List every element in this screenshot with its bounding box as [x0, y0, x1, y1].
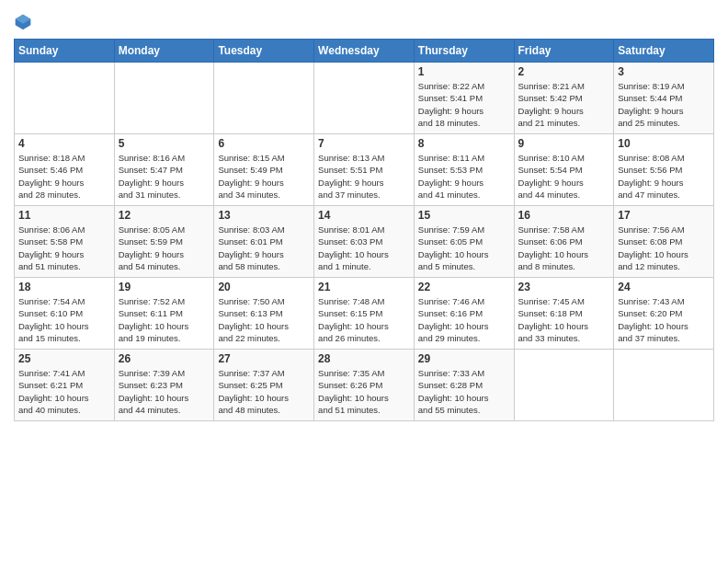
day-info: Sunrise: 7:41 AM Sunset: 6:21 PM Dayligh… [18, 367, 110, 416]
header-tuesday: Tuesday [214, 40, 314, 63]
day-info: Sunrise: 7:46 AM Sunset: 6:16 PM Dayligh… [418, 295, 510, 344]
header-sunday: Sunday [15, 40, 115, 63]
day-number: 4 [18, 137, 110, 150]
day-number: 5 [119, 137, 210, 150]
day-info: Sunrise: 8:06 AM Sunset: 5:58 PM Dayligh… [18, 224, 110, 272]
day-info: Sunrise: 7:45 AM Sunset: 6:18 PM Dayligh… [518, 295, 610, 344]
day-number: 19 [119, 281, 210, 293]
calendar-cell: 21Sunrise: 7:48 AM Sunset: 6:15 PM Dayli… [314, 278, 415, 350]
calendar-cell: 12Sunrise: 8:05 AM Sunset: 5:59 PM Dayli… [114, 206, 214, 278]
day-info: Sunrise: 7:39 AM Sunset: 6:23 PM Dayligh… [119, 367, 210, 416]
calendar-cell [214, 63, 314, 134]
calendar-cell: 26Sunrise: 7:39 AM Sunset: 6:23 PM Dayli… [114, 350, 214, 421]
week-row-4: 25Sunrise: 7:41 AM Sunset: 6:21 PM Dayli… [15, 350, 714, 421]
calendar-cell: 4Sunrise: 8:18 AM Sunset: 5:46 PM Daylig… [15, 134, 115, 206]
day-number: 29 [418, 352, 510, 365]
day-number: 26 [119, 352, 210, 365]
header-thursday: Thursday [414, 40, 514, 63]
day-number: 2 [518, 65, 610, 78]
header-monday: Monday [114, 40, 214, 63]
header [14, 9, 714, 31]
day-number: 20 [218, 281, 310, 293]
day-number: 6 [218, 137, 310, 150]
calendar-cell: 10Sunrise: 8:08 AM Sunset: 5:56 PM Dayli… [614, 134, 714, 206]
day-number: 16 [518, 209, 610, 222]
day-number: 21 [318, 281, 410, 293]
week-row-1: 4Sunrise: 8:18 AM Sunset: 5:46 PM Daylig… [15, 134, 714, 206]
day-number: 1 [418, 65, 510, 78]
day-info: Sunrise: 7:43 AM Sunset: 6:20 PM Dayligh… [618, 295, 710, 344]
day-number: 25 [18, 352, 110, 365]
day-number: 14 [318, 209, 410, 222]
calendar-cell: 22Sunrise: 7:46 AM Sunset: 6:16 PM Dayli… [414, 278, 514, 350]
calendar-cell: 23Sunrise: 7:45 AM Sunset: 6:18 PM Dayli… [514, 278, 614, 350]
day-number: 10 [618, 137, 710, 150]
header-row: SundayMondayTuesdayWednesdayThursdayFrid… [15, 40, 714, 63]
calendar-cell: 5Sunrise: 8:16 AM Sunset: 5:47 PM Daylig… [114, 134, 214, 206]
day-info: Sunrise: 7:37 AM Sunset: 6:25 PM Dayligh… [218, 367, 310, 416]
calendar-cell: 14Sunrise: 8:01 AM Sunset: 6:03 PM Dayli… [314, 206, 415, 278]
day-info: Sunrise: 8:08 AM Sunset: 5:56 PM Dayligh… [618, 152, 710, 201]
calendar-cell: 27Sunrise: 7:37 AM Sunset: 6:25 PM Dayli… [214, 350, 314, 421]
calendar-cell: 20Sunrise: 7:50 AM Sunset: 6:13 PM Dayli… [214, 278, 314, 350]
day-info: Sunrise: 8:21 AM Sunset: 5:42 PM Dayligh… [518, 80, 610, 129]
calendar-cell: 17Sunrise: 7:56 AM Sunset: 6:08 PM Dayli… [614, 206, 714, 278]
day-number: 7 [318, 137, 410, 150]
calendar-cell: 6Sunrise: 8:15 AM Sunset: 5:49 PM Daylig… [214, 134, 314, 206]
day-info: Sunrise: 8:11 AM Sunset: 5:53 PM Dayligh… [418, 152, 510, 201]
calendar-cell: 3Sunrise: 8:19 AM Sunset: 5:44 PM Daylig… [614, 63, 714, 134]
day-number: 23 [518, 281, 610, 293]
calendar-cell: 25Sunrise: 7:41 AM Sunset: 6:21 PM Dayli… [15, 350, 115, 421]
day-number: 22 [418, 281, 510, 293]
day-info: Sunrise: 7:48 AM Sunset: 6:15 PM Dayligh… [318, 295, 410, 344]
calendar-cell: 7Sunrise: 8:13 AM Sunset: 5:51 PM Daylig… [314, 134, 415, 206]
calendar-cell: 18Sunrise: 7:54 AM Sunset: 6:10 PM Dayli… [15, 278, 115, 350]
day-number: 3 [618, 65, 710, 78]
calendar-cell: 19Sunrise: 7:52 AM Sunset: 6:11 PM Dayli… [114, 278, 214, 350]
day-number: 11 [18, 209, 110, 222]
calendar-cell: 24Sunrise: 7:43 AM Sunset: 6:20 PM Dayli… [614, 278, 714, 350]
page-container: SundayMondayTuesdayWednesdayThursdayFrid… [0, 0, 728, 431]
day-info: Sunrise: 8:10 AM Sunset: 5:54 PM Dayligh… [518, 152, 610, 201]
day-info: Sunrise: 8:05 AM Sunset: 5:59 PM Dayligh… [119, 224, 210, 272]
calendar-cell [114, 63, 214, 134]
day-number: 13 [218, 209, 310, 222]
calendar-cell [614, 350, 714, 421]
calendar-cell: 2Sunrise: 8:21 AM Sunset: 5:42 PM Daylig… [514, 63, 614, 134]
day-info: Sunrise: 8:15 AM Sunset: 5:49 PM Dayligh… [218, 152, 310, 201]
day-info: Sunrise: 7:52 AM Sunset: 6:11 PM Dayligh… [119, 295, 210, 344]
header-saturday: Saturday [614, 40, 714, 63]
day-number: 28 [318, 352, 410, 365]
day-number: 12 [119, 209, 210, 222]
calendar-cell: 9Sunrise: 8:10 AM Sunset: 5:54 PM Daylig… [514, 134, 614, 206]
header-wednesday: Wednesday [314, 40, 415, 63]
logo-icon [14, 13, 32, 31]
calendar-cell: 29Sunrise: 7:33 AM Sunset: 6:28 PM Dayli… [414, 350, 514, 421]
calendar-cell: 8Sunrise: 8:11 AM Sunset: 5:53 PM Daylig… [414, 134, 514, 206]
week-row-2: 11Sunrise: 8:06 AM Sunset: 5:58 PM Dayli… [15, 206, 714, 278]
calendar-table: SundayMondayTuesdayWednesdayThursdayFrid… [14, 39, 714, 421]
calendar-cell [514, 350, 614, 421]
day-number: 24 [618, 281, 710, 293]
calendar-cell: 28Sunrise: 7:35 AM Sunset: 6:26 PM Dayli… [314, 350, 415, 421]
header-friday: Friday [514, 40, 614, 63]
day-info: Sunrise: 8:03 AM Sunset: 6:01 PM Dayligh… [218, 224, 310, 272]
day-number: 9 [518, 137, 610, 150]
calendar-cell: 1Sunrise: 8:22 AM Sunset: 5:41 PM Daylig… [414, 63, 514, 134]
day-info: Sunrise: 8:13 AM Sunset: 5:51 PM Dayligh… [318, 152, 410, 201]
calendar-cell: 15Sunrise: 7:59 AM Sunset: 6:05 PM Dayli… [414, 206, 514, 278]
calendar-cell [314, 63, 415, 134]
day-info: Sunrise: 7:50 AM Sunset: 6:13 PM Dayligh… [218, 295, 310, 344]
day-info: Sunrise: 8:01 AM Sunset: 6:03 PM Dayligh… [318, 224, 410, 272]
calendar-cell: 13Sunrise: 8:03 AM Sunset: 6:01 PM Dayli… [214, 206, 314, 278]
logo [14, 13, 36, 31]
week-row-3: 18Sunrise: 7:54 AM Sunset: 6:10 PM Dayli… [15, 278, 714, 350]
week-row-0: 1Sunrise: 8:22 AM Sunset: 5:41 PM Daylig… [15, 63, 714, 134]
day-info: Sunrise: 8:16 AM Sunset: 5:47 PM Dayligh… [119, 152, 210, 201]
calendar-cell: 16Sunrise: 7:58 AM Sunset: 6:06 PM Dayli… [514, 206, 614, 278]
day-number: 8 [418, 137, 510, 150]
day-info: Sunrise: 7:59 AM Sunset: 6:05 PM Dayligh… [418, 224, 510, 272]
day-info: Sunrise: 7:35 AM Sunset: 6:26 PM Dayligh… [318, 367, 410, 416]
day-info: Sunrise: 7:58 AM Sunset: 6:06 PM Dayligh… [518, 224, 610, 272]
calendar-cell [15, 63, 115, 134]
